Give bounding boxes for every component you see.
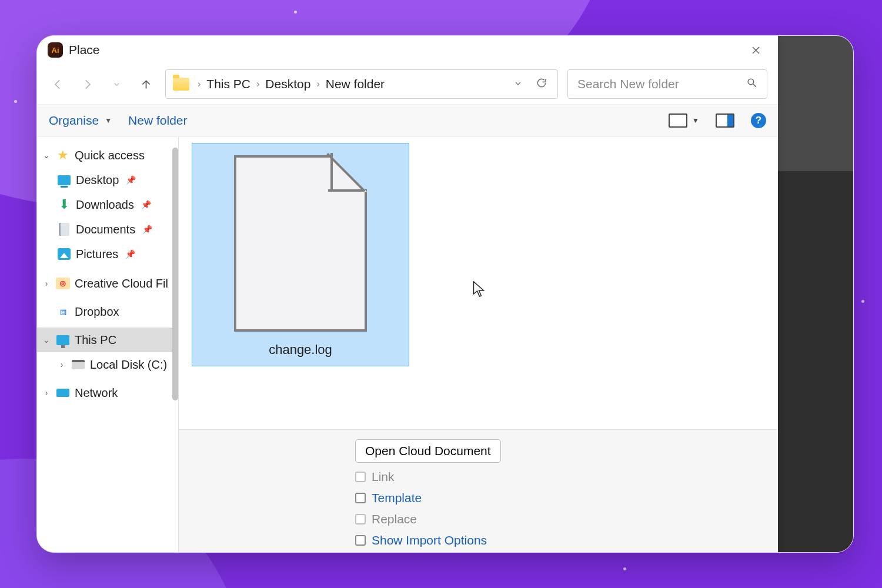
file-icon <box>234 155 367 332</box>
breadcrumb-item[interactable]: This PC <box>206 77 250 91</box>
sidebar-scrollbar[interactable] <box>172 148 178 400</box>
place-dialog: Ai Place › This PC <box>37 36 778 553</box>
toolbar: Organise ▼ New folder ▼ ? <box>37 104 778 137</box>
folder-icon <box>173 78 189 91</box>
option-replace[interactable]: Replace <box>355 512 760 526</box>
checkbox-icon[interactable] <box>355 535 366 546</box>
sidebar: ⌄ ★ Quick access Desktop 📌 ⬇ Downloads 📌… <box>37 137 178 553</box>
checkbox-icon[interactable] <box>355 493 366 503</box>
cursor-icon <box>473 281 485 298</box>
sidebar-item-label: Desktop <box>76 173 119 187</box>
recent-locations-button[interactable] <box>106 74 126 94</box>
view-mode-button[interactable]: ▼ <box>669 113 699 128</box>
creative-cloud-icon: ⊚ <box>56 278 70 289</box>
sidebar-item-documents[interactable]: Documents 📌 <box>37 217 178 242</box>
option-label: Replace <box>372 512 417 526</box>
file-grid[interactable]: change.log <box>179 137 778 429</box>
organise-menu[interactable]: Organise <box>49 113 99 128</box>
search-placeholder: Search New folder <box>577 77 740 91</box>
file-pane: change.log Open Cloud Document Link Temp… <box>178 137 778 553</box>
sidebar-item-label: Documents <box>76 223 135 236</box>
sidebar-item-label: Pictures <box>76 248 118 261</box>
pin-icon: 📌 <box>142 225 152 234</box>
chevron-right-icon: › <box>198 79 201 89</box>
options-panel: Open Cloud Document Link Template Replac… <box>179 429 778 553</box>
option-link[interactable]: Link <box>355 470 760 484</box>
sidebar-item-local-disk[interactable]: › Local Disk (C:) <box>37 352 178 377</box>
sidebar-item-label: Local Disk (C:) <box>90 358 167 372</box>
pin-icon: 📌 <box>141 200 151 209</box>
new-folder-button[interactable]: New folder <box>128 113 187 128</box>
disk-icon <box>72 360 85 369</box>
pc-icon <box>56 335 69 345</box>
help-button[interactable]: ? <box>751 113 766 128</box>
chevron-right-icon: › <box>256 79 259 89</box>
svg-point-0 <box>748 79 754 85</box>
download-icon: ⬇ <box>57 198 71 212</box>
sidebar-item-this-pc[interactable]: ⌄ This PC <box>37 328 178 352</box>
forward-button[interactable] <box>77 74 97 94</box>
star-icon: ★ <box>56 148 70 162</box>
option-label: Link <box>372 470 395 484</box>
option-label: Template <box>372 491 422 505</box>
search-icon <box>746 77 757 91</box>
sidebar-item-desktop[interactable]: Desktop 📌 <box>37 168 178 192</box>
illustrator-app-icon: Ai <box>48 42 63 58</box>
sidebar-item-label: Creative Cloud Fil <box>75 277 168 290</box>
sidebar-item-label: Quick access <box>75 149 145 162</box>
preview-pane-button[interactable] <box>716 113 734 128</box>
search-field[interactable]: Search New folder <box>567 69 767 99</box>
pictures-icon <box>58 248 71 260</box>
nav-bar: › This PC › Desktop › New folder Search … <box>37 64 778 104</box>
sidebar-item-network[interactable]: › Network <box>37 380 178 405</box>
sidebar-item-pictures[interactable]: Pictures 📌 <box>37 242 178 266</box>
back-button[interactable] <box>48 74 68 94</box>
open-cloud-document-button[interactable]: Open Cloud Document <box>355 439 501 463</box>
breadcrumb-item[interactable]: New folder <box>326 77 385 91</box>
sidebar-quick-access[interactable]: ⌄ ★ Quick access <box>37 143 178 168</box>
pin-icon: 📌 <box>125 249 135 259</box>
dialog-title: Place <box>69 43 100 57</box>
sidebar-item-dropbox[interactable]: ⧈ Dropbox <box>37 299 178 324</box>
file-item-selected[interactable]: change.log <box>192 143 409 366</box>
sidebar-item-label: Downloads <box>76 198 134 212</box>
option-show-import[interactable]: Show Import Options <box>355 533 760 547</box>
address-dropdown-button[interactable] <box>509 77 527 91</box>
up-button[interactable] <box>136 74 156 94</box>
breadcrumb-item[interactable]: Desktop <box>265 77 310 91</box>
desktop-icon <box>58 175 71 185</box>
document-icon <box>59 223 69 236</box>
checkbox-icon[interactable] <box>355 514 366 524</box>
option-template[interactable]: Template <box>355 491 760 505</box>
sidebar-item-label: Dropbox <box>75 305 119 319</box>
option-label: Show Import Options <box>372 533 487 547</box>
chevron-right-icon: › <box>316 79 319 89</box>
checkbox-icon[interactable] <box>355 472 366 482</box>
sidebar-item-label: This PC <box>75 333 116 347</box>
network-icon <box>56 389 69 397</box>
close-button[interactable] <box>744 38 767 62</box>
sidebar-item-creative-cloud[interactable]: › ⊚ Creative Cloud Fil <box>37 271 178 296</box>
app-frame: Ai Place › This PC <box>36 35 854 553</box>
sidebar-item-label: Network <box>75 386 118 400</box>
illustrator-canvas-backdrop <box>777 171 853 553</box>
dropbox-icon: ⧈ <box>56 305 70 319</box>
refresh-button[interactable] <box>533 77 550 92</box>
sidebar-item-downloads[interactable]: ⬇ Downloads 📌 <box>37 192 178 217</box>
pin-icon: 📌 <box>126 175 135 185</box>
file-name: change.log <box>269 342 332 358</box>
address-bar[interactable]: › This PC › Desktop › New folder <box>165 69 558 99</box>
dialog-titlebar: Ai Place <box>37 36 778 64</box>
